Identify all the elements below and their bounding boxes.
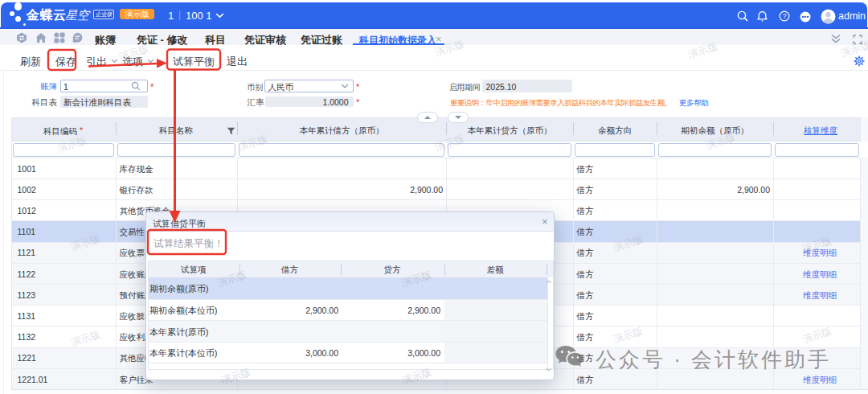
svg-text:?: ? (783, 12, 787, 20)
